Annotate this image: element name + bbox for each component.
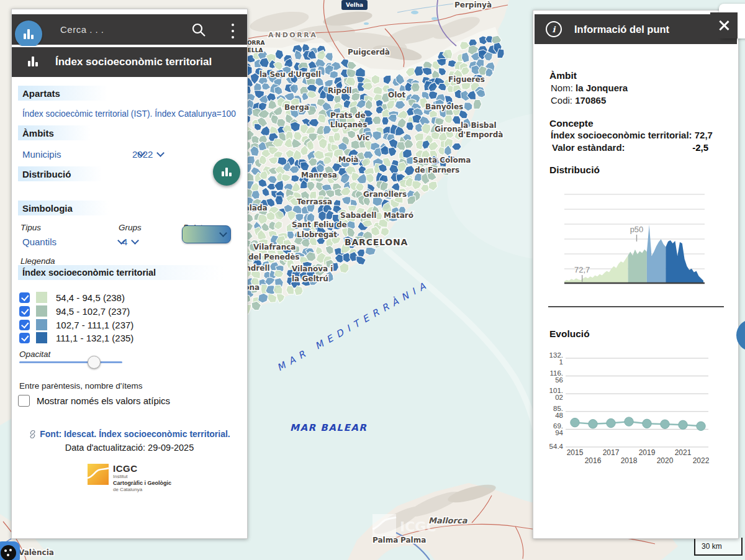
map-label: Vilafranca — [253, 243, 296, 251]
sea-label: MAR BALEAR — [290, 422, 367, 433]
map-label: Ripoll — [328, 86, 351, 95]
map-label: Moià — [338, 155, 358, 164]
map-label: Mallorca — [428, 516, 468, 525]
apartats-link[interactable]: Índex socioecòmic territorial (IST). Índ… — [22, 109, 236, 119]
legend-checkbox[interactable] — [19, 292, 30, 303]
legend-row: 102,7 - 111,1 (237) — [19, 318, 133, 332]
paleta-select[interactable] — [182, 225, 231, 243]
app-logo[interactable] — [15, 20, 42, 48]
map-label: Vilanova i — [292, 264, 333, 273]
legend-row: 94,5 - 102,7 (237) — [19, 304, 130, 318]
legend-swatch — [36, 305, 47, 317]
layer-title-bar: Índex socioeconòmic territorial — [12, 46, 247, 77]
distribucio-header: Distribució — [549, 165, 600, 176]
map-label: Manresa — [301, 171, 337, 179]
evolucio-header: Evolució — [549, 328, 590, 340]
svg-text:85.: 85. — [553, 405, 563, 412]
legend-checkbox[interactable] — [19, 333, 30, 343]
map-label: Sabadell — [340, 211, 376, 220]
reservoir-badge: Velha — [341, 0, 368, 10]
histogram-segment — [647, 225, 666, 283]
svg-text:02: 02 — [555, 394, 563, 401]
sidebar-panel: Cerca . . . Índex socioeconòmic territor… — [11, 9, 248, 539]
legend-checkbox[interactable] — [19, 320, 30, 330]
link-icon — [29, 430, 37, 438]
legend-checkbox[interactable] — [19, 306, 30, 317]
map-label: Terrassa — [297, 197, 332, 206]
histogram-segment — [666, 240, 703, 283]
svg-text:132.: 132. — [549, 351, 563, 359]
map-label: Banyoles — [425, 102, 463, 111]
svg-text:2015: 2015 — [567, 448, 584, 457]
opacitat-label: Opacitat — [19, 350, 50, 359]
atipics-checkbox[interactable] — [18, 395, 30, 407]
legend-range: 102,7 - 111,1 (237) — [56, 320, 133, 330]
ist-value: 72,7 — [695, 130, 713, 140]
legend-swatch — [36, 319, 47, 330]
data-point — [571, 418, 579, 427]
histogram-segment — [628, 250, 647, 283]
map-label: la Geltrú — [292, 274, 328, 283]
concepte-header: Concepte — [549, 118, 594, 129]
svg-text:2022: 2022 — [693, 456, 710, 465]
svg-text:Velha: Velha — [346, 2, 363, 8]
chevron-down-icon — [219, 229, 227, 237]
map-label: BARCELONA — [345, 237, 408, 247]
map-label: Mataró — [384, 211, 413, 220]
map-label: ANDORRA — [268, 31, 317, 39]
map-label: Berga — [284, 103, 309, 112]
legend-range: 54,4 - 94,5 (238) — [56, 292, 125, 303]
nom-row: Nom: la Jonquera — [551, 83, 628, 93]
legend-range: 94,5 - 102,7 (237) — [56, 306, 130, 317]
menu-kebab-icon[interactable] — [228, 22, 238, 40]
data-point — [607, 418, 615, 427]
tipus-select[interactable]: Quantils — [22, 237, 124, 247]
map-label: del Penedès — [248, 253, 300, 261]
svg-text:56: 56 — [555, 376, 563, 384]
map-label: Puigcerdà — [348, 48, 390, 56]
svg-text:2018: 2018 — [621, 456, 638, 465]
ambit-select[interactable]: Municipis — [22, 149, 144, 160]
atipics-row: Mostrar només els valors atípics — [18, 395, 170, 407]
scale-bar: 30 km — [694, 538, 743, 556]
bar-chart-icon — [28, 56, 38, 66]
year-select[interactable]: 2022 — [132, 149, 163, 160]
map-label: València — [19, 548, 54, 557]
llegenda-label: Llegenda — [20, 256, 55, 266]
section-distribucio: Distribució — [18, 166, 109, 181]
search-bar[interactable]: Cerca . . . — [12, 14, 247, 45]
icgc-logo: ICGC Institut Cartogràfic i Geològic de … — [12, 464, 247, 492]
map-label: Santa Coloma — [413, 156, 471, 165]
legend-swatch — [36, 332, 47, 343]
collapsed-panel-close[interactable] — [710, 12, 738, 38]
opacity-slider-thumb[interactable] — [88, 356, 101, 369]
map-label: la Bisbal — [461, 121, 497, 130]
data-point — [679, 420, 687, 429]
icgc-line2: Cartogràfic i Geològic — [113, 481, 171, 486]
cookie-icon — [1, 545, 16, 560]
data-point — [589, 420, 597, 428]
icgc-line3: de Catalunya — [113, 487, 171, 492]
tipus-label: Tipus — [20, 223, 41, 232]
map-label: Olot — [388, 91, 406, 99]
search-input[interactable]: Cerca . . . — [60, 14, 104, 45]
icgc-name: ICGC — [113, 464, 171, 473]
legend-title: Índex socioeconòmic territorial — [18, 265, 241, 280]
source-link[interactable]: Font: Idescat. Índex socioeconòmic terri… — [40, 429, 230, 439]
icgc-logo-icon — [88, 464, 109, 485]
ist-row: Índex socioeconòmic territorial: 72,7 — [551, 130, 713, 140]
info-panel: i Informació del punt Àmbit Nom: la Jonq… — [533, 10, 739, 539]
scale-text: 30 km — [702, 542, 722, 551]
cookie-consent-button[interactable] — [0, 541, 20, 560]
chart-toggle-button[interactable] — [213, 158, 240, 186]
svg-text:2017: 2017 — [603, 448, 620, 457]
search-icon[interactable] — [191, 22, 207, 38]
valor-row: Valor estàndard:-2,5 — [552, 142, 708, 153]
data-point — [661, 420, 669, 428]
opacity-slider-track[interactable] — [19, 361, 122, 363]
map-label: Sant Feliu de — [292, 220, 347, 229]
legend-row: 111,1 - 132,1 (235) — [19, 331, 133, 345]
map-label: la Seu d'Urgell — [260, 70, 321, 79]
ambit-header: Àmbit — [549, 70, 577, 81]
grups-select[interactable]: 4 — [122, 237, 138, 247]
